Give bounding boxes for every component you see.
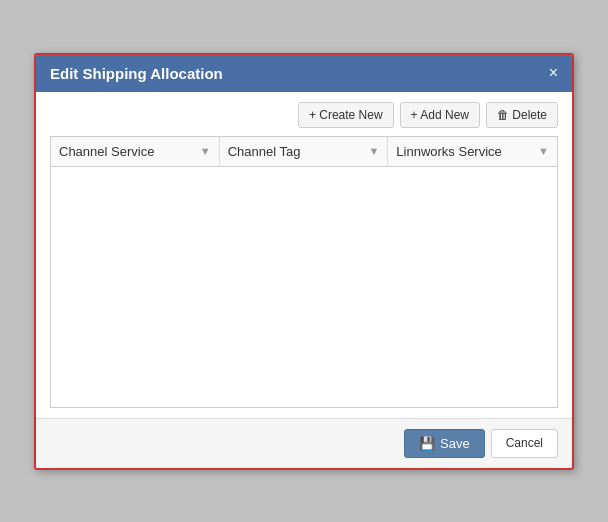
dialog-header: Edit Shipping Allocation × — [36, 55, 572, 92]
cancel-button[interactable]: Cancel — [491, 429, 558, 458]
col-label-channel-tag: Channel Tag — [228, 144, 301, 159]
filter-icon-channel-tag[interactable]: ▼ — [368, 145, 379, 157]
col-header-linnworks-service: Linnworks Service ▼ — [388, 137, 557, 166]
col-label-channel-service: Channel Service — [59, 144, 154, 159]
table-body — [51, 167, 557, 407]
create-new-button[interactable]: + Create New — [298, 102, 394, 128]
toolbar: + Create New + Add New 🗑 Delete — [50, 102, 558, 128]
save-icon: 💾 — [419, 436, 435, 451]
dialog-footer: 💾 Save Cancel — [36, 418, 572, 468]
save-label: Save — [440, 436, 470, 451]
dialog-title: Edit Shipping Allocation — [50, 65, 223, 82]
filter-icon-linnworks-service[interactable]: ▼ — [538, 145, 549, 157]
save-button[interactable]: 💾 Save — [404, 429, 485, 458]
dialog-body: + Create New + Add New 🗑 Delete Channel … — [36, 92, 572, 418]
filter-icon-channel-service[interactable]: ▼ — [200, 145, 211, 157]
delete-button[interactable]: 🗑 Delete — [486, 102, 558, 128]
add-new-button[interactable]: + Add New — [400, 102, 480, 128]
col-header-channel-service: Channel Service ▼ — [51, 137, 220, 166]
col-header-channel-tag: Channel Tag ▼ — [220, 137, 389, 166]
data-table: Channel Service ▼ Channel Tag ▼ Linnwork… — [50, 136, 558, 408]
close-button[interactable]: × — [549, 65, 558, 81]
col-label-linnworks-service: Linnworks Service — [396, 144, 502, 159]
edit-shipping-allocation-dialog: Edit Shipping Allocation × + Create New … — [34, 53, 574, 470]
table-header: Channel Service ▼ Channel Tag ▼ Linnwork… — [51, 137, 557, 167]
